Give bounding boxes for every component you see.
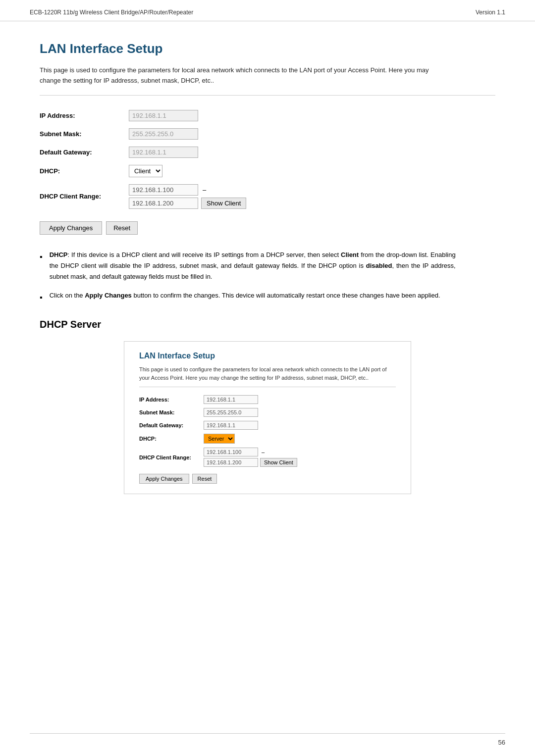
action-buttons: Apply Changes Reset xyxy=(40,221,495,235)
dhcp-range-container: – Show Client xyxy=(129,184,246,209)
inner-ip-address-value-cell xyxy=(204,393,301,406)
inner-default-gateway-value-cell xyxy=(204,419,301,432)
dhcp-client-range-cell: – Show Client xyxy=(129,181,252,212)
ip-address-input[interactable] xyxy=(129,110,198,121)
bullet-dhcp-bold2: Client xyxy=(341,251,359,258)
inner-subnet-mask-value-cell xyxy=(204,406,301,419)
inner-form-table: IP Address: Subnet Mask: Default Gateway… xyxy=(139,393,301,469)
inner-default-gateway-input[interactable] xyxy=(204,421,258,430)
dhcp-client-range-row: DHCP Client Range: – Show Client xyxy=(40,181,252,212)
section-description: This page is used to configure the param… xyxy=(40,65,446,86)
inner-dhcp-range-from-input[interactable] xyxy=(204,448,258,456)
subnet-mask-input[interactable] xyxy=(129,128,198,140)
dhcp-label: DHCP: xyxy=(40,161,129,181)
bullet-dhcp-bold1: DHCP xyxy=(50,251,68,258)
dhcp-select-cell: Client xyxy=(129,161,252,181)
inner-dhcp-select[interactable]: Server xyxy=(204,434,235,444)
page-header: ECB-1220R 11b/g Wireless Client Bridge/A… xyxy=(0,0,535,21)
dhcp-row: DHCP: Client xyxy=(40,161,252,181)
inner-default-gateway-label: Default Gateway: xyxy=(139,419,204,432)
inner-range-dash: – xyxy=(262,449,265,455)
main-content: LAN Interface Setup This page is used to… xyxy=(0,21,535,529)
inner-dhcp-client-range-label: DHCP Client Range: xyxy=(139,446,204,469)
bullet-dhcp-text: DHCP: If this device is a DHCP client an… xyxy=(50,250,456,282)
dhcp-client-range-label: DHCP Client Range: xyxy=(40,181,129,212)
inner-dhcp-select-cell: Server xyxy=(204,432,301,446)
default-gateway-input[interactable] xyxy=(129,147,198,158)
bullet-list: DHCP: If this device is a DHCP client an… xyxy=(40,250,495,304)
inner-title: LAN Interface Setup xyxy=(139,352,396,360)
reset-button[interactable]: Reset xyxy=(106,221,138,235)
inner-subnet-mask-input[interactable] xyxy=(204,408,258,417)
show-client-button[interactable]: Show Client xyxy=(201,198,246,209)
inner-show-client-button[interactable]: Show Client xyxy=(260,458,297,467)
subnet-mask-label: Subnet Mask: xyxy=(40,125,129,143)
bullet-apply-text: Click on the Apply Changes button to con… xyxy=(50,290,440,301)
inner-dhcp-range-container: – Show Client xyxy=(204,448,297,467)
inner-dhcp-label: DHCP: xyxy=(139,432,204,446)
inner-dhcp-client-range-row: DHCP Client Range: – Show Client xyxy=(139,446,301,469)
inner-default-gateway-row: Default Gateway: xyxy=(139,419,301,432)
bullet-item-dhcp: DHCP: If this device is a DHCP client an… xyxy=(40,250,495,282)
subnet-mask-row: Subnet Mask: xyxy=(40,125,252,143)
default-gateway-row: Default Gateway: xyxy=(40,143,252,161)
page-title: LAN Interface Setup xyxy=(40,41,495,56)
default-gateway-value-cell xyxy=(129,143,252,161)
ip-address-label: IP Address: xyxy=(40,106,129,125)
page-number: 56 xyxy=(498,739,505,746)
inner-screenshot-box: LAN Interface Setup This page is used to… xyxy=(124,341,411,494)
inner-dhcp-range-from-row: – xyxy=(204,448,297,456)
inner-reset-button[interactable]: Reset xyxy=(192,474,217,484)
section-divider xyxy=(40,95,495,96)
lan-form-table: IP Address: Subnet Mask: Default Gateway… xyxy=(40,106,252,212)
inner-subnet-mask-label: Subnet Mask: xyxy=(139,406,204,419)
inner-action-buttons: Apply Changes Reset xyxy=(139,474,396,484)
header-right: Version 1.1 xyxy=(476,9,505,16)
dhcp-range-to-row: Show Client xyxy=(129,198,246,209)
page-wrapper: ECB-1220R 11b/g Wireless Client Bridge/A… xyxy=(0,0,535,756)
dhcp-range-from-input[interactable] xyxy=(129,184,198,196)
ip-address-row: IP Address: xyxy=(40,106,252,125)
page-footer: 56 xyxy=(30,733,505,746)
bullet-dhcp-bold3: disabled xyxy=(366,262,392,269)
dhcp-range-to-input[interactable] xyxy=(129,198,198,209)
inner-ip-address-label: IP Address: xyxy=(139,393,204,406)
inner-ip-address-row: IP Address: xyxy=(139,393,301,406)
header-left: ECB-1220R 11b/g Wireless Client Bridge/A… xyxy=(30,9,193,16)
ip-address-value-cell xyxy=(129,106,252,125)
inner-description: This page is used to configure the param… xyxy=(139,365,396,382)
dhcp-select[interactable]: Client xyxy=(129,165,162,177)
inner-divider xyxy=(139,387,396,387)
subnet-mask-value-cell xyxy=(129,125,252,143)
inner-dhcp-range-to-input[interactable] xyxy=(204,458,258,467)
bullet-apply-bold: Apply Changes xyxy=(85,292,132,299)
inner-apply-changes-button[interactable]: Apply Changes xyxy=(139,474,189,484)
default-gateway-label: Default Gateway: xyxy=(40,143,129,161)
apply-changes-button[interactable]: Apply Changes xyxy=(40,221,102,235)
inner-dhcp-row: DHCP: Server xyxy=(139,432,301,446)
range-dash: – xyxy=(203,186,206,194)
inner-ip-address-input[interactable] xyxy=(204,395,258,404)
inner-dhcp-range-to-row: Show Client xyxy=(204,458,297,467)
inner-subnet-mask-row: Subnet Mask: xyxy=(139,406,301,419)
inner-dhcp-client-range-cell: – Show Client xyxy=(204,446,301,469)
dhcp-range-from-row: – xyxy=(129,184,246,196)
dhcp-server-title: DHCP Server xyxy=(40,319,495,330)
bullet-item-apply: Click on the Apply Changes button to con… xyxy=(40,290,495,304)
